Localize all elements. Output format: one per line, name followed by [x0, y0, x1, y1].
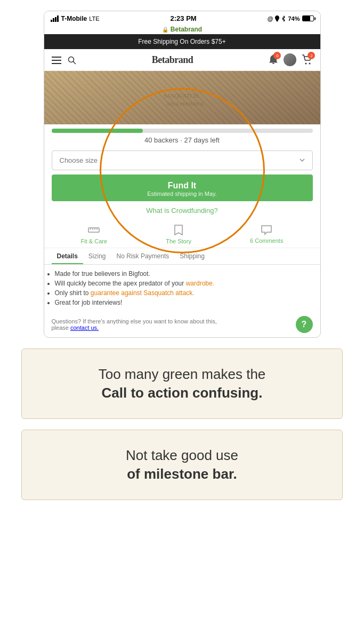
at-icon: @	[268, 15, 273, 22]
lock-icon: 🔒	[162, 27, 168, 33]
bullet-item: Great for job interviews!	[55, 299, 313, 306]
svg-rect-3	[57, 15, 59, 22]
progress-bar-outer	[52, 129, 313, 133]
annotation-card-2: Not take good use of milestone bar.	[21, 430, 343, 500]
time-display: 2:23 PM	[171, 14, 197, 22]
annotation-light-1: Too many green makes the	[99, 366, 266, 382]
fund-button-sublabel: Estimated shipping in May.	[52, 191, 313, 197]
status-left: T-Mobile LTE	[51, 15, 100, 22]
nav-left	[52, 55, 76, 65]
backers-text: 40 backers · 27 days left	[52, 136, 313, 144]
svg-point-10	[309, 63, 311, 65]
the-story-label: The Story	[166, 238, 191, 244]
search-icon[interactable]	[68, 55, 76, 65]
location-icon	[275, 15, 279, 22]
size-placeholder: Choose size	[60, 156, 98, 164]
nav-right: 0 2	[269, 53, 312, 66]
hamburger-icon[interactable]	[52, 55, 61, 65]
bullet-item: Made for true believers in Bigfoot.	[55, 270, 313, 278]
annotation-bold-1: Call to action confusing.	[102, 385, 263, 401]
fit-and-care-label: Fit & Care	[81, 238, 108, 244]
questions-row: Questions? If there's anything else you …	[44, 312, 320, 337]
battery-icon	[302, 15, 314, 21]
svg-text:SASQUATCH: SASQUATCH	[164, 92, 198, 99]
svg-rect-0	[51, 20, 52, 22]
progress-bar-inner	[52, 129, 143, 133]
cart-badge: 2	[308, 52, 315, 59]
cart-icon[interactable]: 2	[302, 54, 312, 65]
fit-and-care-feature[interactable]: Fit & Care	[81, 223, 108, 244]
promo-text: Free Shipping On Orders $75+	[138, 38, 225, 45]
nav-bar: Betabrand 0 2	[44, 49, 320, 71]
bullet-item: Only shirt to guarantee against Sasquatc…	[55, 289, 313, 297]
bluetooth-icon	[281, 15, 286, 22]
annotation-light-2: Not take good use	[126, 447, 238, 463]
tab-no-risk[interactable]: No Risk Payments	[111, 248, 175, 264]
comments-feature[interactable]: 6 Comments	[250, 223, 283, 244]
promo-bar: Free Shipping On Orders $75+	[44, 34, 320, 49]
signal-icon	[51, 15, 59, 22]
bullet-list: Made for true believers in Bigfoot. Will…	[44, 265, 320, 312]
annotation-text-2: Not take good use of milestone bar.	[38, 446, 326, 484]
annotation-card-1: Too many green makes the Call to action …	[21, 348, 343, 419]
betabrand-notification: Betabrand	[171, 26, 202, 33]
svg-rect-6	[52, 63, 61, 64]
annotation-bold-2: of milestone bar.	[127, 466, 237, 482]
fund-button-label: Fund It	[52, 181, 313, 191]
phone-screen: T-Mobile LTE 2:23 PM @ 74% 🔒 Betabrand	[44, 11, 321, 338]
backers-section: 40 backers · 27 days left	[44, 124, 320, 150]
tab-sizing[interactable]: Sizing	[83, 248, 111, 264]
annotation-text-1: Too many green makes the Call to action …	[38, 365, 326, 402]
annotation-section: Too many green makes the Call to action …	[0, 338, 364, 511]
help-button[interactable]: ?	[296, 316, 313, 333]
feature-icons: Fit & Care The Story 6 Comments	[44, 220, 320, 248]
size-selector[interactable]: Choose size	[52, 150, 313, 170]
comment-icon	[261, 223, 272, 235]
notification-badge: 0	[273, 52, 281, 59]
battery-label: 74%	[288, 15, 300, 22]
status-right: @ 74%	[268, 15, 314, 22]
nav-logo[interactable]: Betabrand	[152, 54, 193, 66]
svg-line-8	[73, 61, 76, 64]
carrier-label: T-Mobile	[61, 15, 87, 22]
tab-details[interactable]: Details	[52, 248, 83, 264]
svg-rect-2	[55, 17, 56, 22]
the-story-feature[interactable]: The Story	[166, 223, 191, 244]
svg-rect-1	[53, 18, 54, 22]
svg-rect-5	[52, 60, 61, 61]
svg-text:APEX PREDATOR: APEX PREDATOR	[166, 101, 204, 107]
tab-shipping[interactable]: Shipping	[174, 248, 210, 264]
svg-rect-4	[52, 57, 61, 58]
svg-rect-13	[88, 228, 99, 232]
svg-point-9	[305, 63, 307, 65]
fund-button[interactable]: Fund It Estimated shipping in May.	[52, 175, 313, 201]
notification-bar: 🔒 Betabrand	[44, 25, 320, 34]
notification-icon[interactable]: 0	[269, 54, 278, 65]
product-image: SASQUATCH APEX PREDATOR	[44, 71, 320, 124]
status-bar: T-Mobile LTE 2:23 PM @ 74%	[44, 11, 320, 25]
ruler-icon	[88, 223, 100, 236]
chevron-down-icon	[300, 158, 305, 162]
avatar[interactable]	[284, 53, 296, 66]
bullet-item: Will quickly become the apex predator of…	[55, 280, 313, 287]
crowdfunding-link[interactable]: What is Crowdfunding?	[44, 207, 320, 215]
tabs-row: Details Sizing No Risk Payments Shipping	[44, 248, 320, 265]
comments-label: 6 Comments	[250, 237, 283, 244]
questions-text: Questions? If there's anything else you …	[52, 318, 217, 331]
network-label: LTE	[89, 15, 99, 22]
bookmark-icon	[174, 223, 183, 236]
contact-link[interactable]: contact us.	[70, 324, 99, 331]
